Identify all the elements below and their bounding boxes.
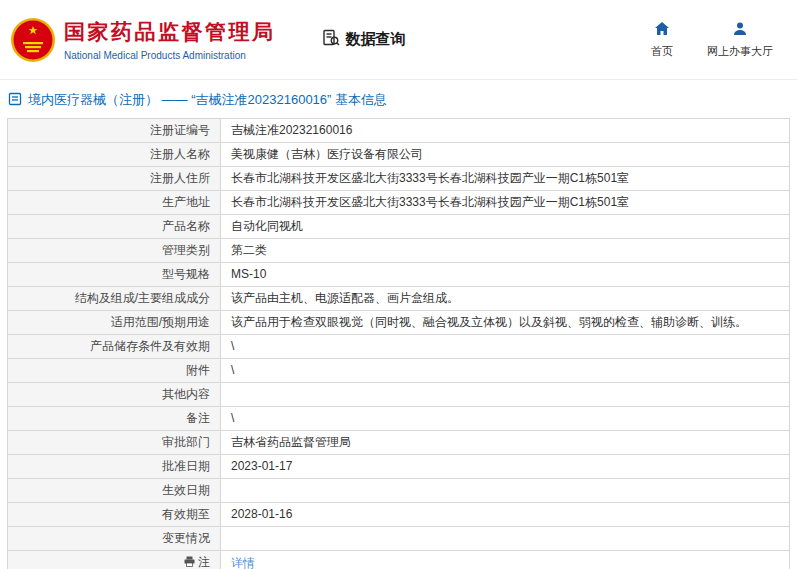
table-row: 附件 \ — [8, 359, 790, 383]
row-label: 有效期至 — [8, 503, 221, 527]
row-label: 生产地址 — [8, 191, 221, 215]
person-icon — [732, 21, 748, 39]
table-row: 管理类别 第二类 — [8, 239, 790, 263]
row-label: 附件 — [8, 359, 221, 383]
table-row: 注 详情 — [8, 551, 790, 569]
site-header: 国家药品监督管理局 National Medical Products Admi… — [0, 0, 797, 80]
row-value — [221, 479, 790, 503]
table-row: 生产地址 长春市北湖科技开发区盛北大街3333号长春北湖科技园产业一期C1栋50… — [8, 191, 790, 215]
row-label: 适用范围/预期用途 — [8, 311, 221, 335]
row-value: \ — [221, 407, 790, 431]
row-label: 审批部门 — [8, 431, 221, 455]
row-value: 该产品由主机、电源适配器、画片盒组成。 — [221, 287, 790, 311]
row-value: 美视康健（吉林）医疗设备有限公司 — [221, 143, 790, 167]
document-icon — [8, 92, 22, 109]
row-value: MS-10 — [221, 263, 790, 287]
nav-service-hall-label: 网上办事大厅 — [707, 44, 773, 59]
row-value-note: 详情 — [221, 551, 790, 569]
row-value: 吉林省药品监督管理局 — [221, 431, 790, 455]
row-value: \ — [221, 335, 790, 359]
row-label: 批准日期 — [8, 455, 221, 479]
printer-icon — [184, 556, 195, 569]
nav-home-label: 首页 — [651, 44, 673, 59]
table-row: 结构及组成/主要组成成分 该产品由主机、电源适配器、画片盒组成。 — [8, 287, 790, 311]
row-label: 生效日期 — [8, 479, 221, 503]
row-label: 变更情况 — [8, 527, 221, 551]
home-icon — [654, 21, 670, 39]
table-row: 审批部门 吉林省药品监督管理局 — [8, 431, 790, 455]
row-value: 该产品用于检查双眼视觉（同时视、融合视及立体视）以及斜视、弱视的检查、辅助诊断、… — [221, 311, 790, 335]
row-label: 其他内容 — [8, 383, 221, 407]
row-label: 注册人名称 — [8, 143, 221, 167]
page-title: 境内医疗器械（注册） —— “吉械注准20232160016” 基本信息 — [28, 91, 387, 109]
row-value: 长春市北湖科技开发区盛北大街3333号长春北湖科技园产业一期C1栋501室 — [221, 167, 790, 191]
table-row: 型号规格 MS-10 — [8, 263, 790, 287]
row-value: 2028-01-16 — [221, 503, 790, 527]
row-label-text: 注 — [198, 555, 210, 569]
row-value: 第二类 — [221, 239, 790, 263]
row-value — [221, 383, 790, 407]
table-row: 注册人住所 长春市北湖科技开发区盛北大街3333号长春北湖科技园产业一期C1栋5… — [8, 167, 790, 191]
table-row: 有效期至 2028-01-16 — [8, 503, 790, 527]
table-row: 备注 \ — [8, 407, 790, 431]
page: 国家药品监督管理局 National Medical Products Admi… — [0, 0, 797, 569]
row-value: \ — [221, 359, 790, 383]
row-label: 结构及组成/主要组成成分 — [8, 287, 221, 311]
org-name-cn: 国家药品监督管理局 — [64, 18, 276, 46]
row-label: 管理类别 — [8, 239, 221, 263]
registration-info-table: 注册证编号 吉械注准20232160016 注册人名称 美视康健（吉林）医疗设备… — [7, 118, 790, 569]
table-row: 产品名称 自动化同视机 — [8, 215, 790, 239]
row-label: 注册证编号 — [8, 119, 221, 143]
nav-service-hall[interactable]: 网上办事大厅 — [707, 21, 773, 59]
row-label: 注册人住所 — [8, 167, 221, 191]
row-value — [221, 527, 790, 551]
row-value: 长春市北湖科技开发区盛北大街3333号长春北湖科技园产业一期C1栋501室 — [221, 191, 790, 215]
nav-home[interactable]: 首页 — [651, 21, 673, 59]
top-nav: 首页 网上办事大厅 — [651, 21, 773, 59]
row-label: 型号规格 — [8, 263, 221, 287]
data-query-label: 数据查询 — [346, 30, 406, 49]
row-label: 产品储存条件及有效期 — [8, 335, 221, 359]
data-query-tab[interactable]: 数据查询 — [322, 29, 406, 50]
page-title-bar: 境内医疗器械（注册） —— “吉械注准20232160016” 基本信息 — [0, 80, 797, 118]
row-value: 吉械注准20232160016 — [221, 119, 790, 143]
national-emblem-logo — [10, 16, 56, 64]
row-label: 备注 — [8, 407, 221, 431]
national-emblem-icon — [10, 16, 56, 64]
table-row: 注册人名称 美视康健（吉林）医疗设备有限公司 — [8, 143, 790, 167]
row-value: 2023-01-17 — [221, 455, 790, 479]
table-row: 变更情况 — [8, 527, 790, 551]
table-row: 产品储存条件及有效期 \ — [8, 335, 790, 359]
org-name-en: National Medical Products Administration — [64, 50, 276, 61]
table-row: 其他内容 — [8, 383, 790, 407]
table-row: 批准日期 2023-01-17 — [8, 455, 790, 479]
row-label: 产品名称 — [8, 215, 221, 239]
row-label-note: 注 — [8, 551, 221, 569]
table-row: 生效日期 — [8, 479, 790, 503]
table-row: 注册证编号 吉械注准20232160016 — [8, 119, 790, 143]
org-names: 国家药品监督管理局 National Medical Products Admi… — [64, 18, 276, 61]
detail-link[interactable]: 详情 — [231, 556, 255, 569]
table-row: 适用范围/预期用途 该产品用于检查双眼视觉（同时视、融合视及立体视）以及斜视、弱… — [8, 311, 790, 335]
row-value: 自动化同视机 — [221, 215, 790, 239]
data-query-icon — [322, 29, 340, 50]
